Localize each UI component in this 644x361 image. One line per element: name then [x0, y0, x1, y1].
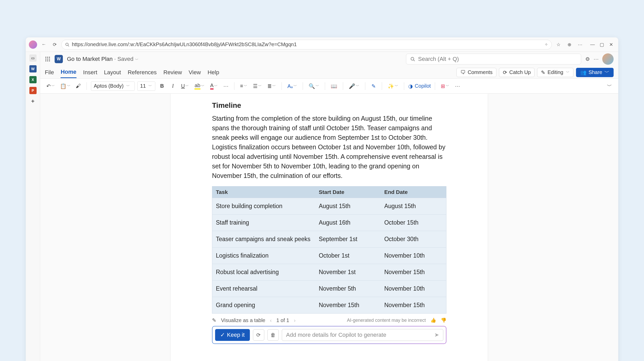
svg-point-2: [45, 57, 46, 58]
close-button[interactable]: ✕: [607, 40, 615, 49]
tab-file[interactable]: File: [45, 67, 54, 78]
table-row: Teaser campaigns and sneak peeksSeptembe…: [212, 231, 446, 248]
search-icon: [410, 57, 415, 61]
window-controls: — ▢ ✕: [588, 40, 615, 49]
ribbon-expand-icon[interactable]: ﹀: [605, 81, 614, 91]
tab-help[interactable]: Help: [208, 67, 219, 78]
undo-button[interactable]: ↶﹀: [45, 81, 56, 91]
font-select[interactable]: Aptos (Body)﹀: [91, 81, 135, 91]
browser-profile-icon[interactable]: [29, 40, 37, 49]
pencil-icon: ✎: [212, 317, 216, 323]
highlight-button[interactable]: ab﹀: [193, 81, 206, 91]
align-button[interactable]: ≣﹀: [266, 81, 277, 91]
tab-references[interactable]: References: [128, 67, 157, 78]
table-cell: Teaser campaigns and sneak peeks: [212, 231, 315, 248]
find-button[interactable]: 🔍﹀: [307, 81, 321, 91]
search-placeholder: Search (Alt + Q): [418, 56, 459, 62]
bold-button[interactable]: B: [158, 81, 166, 91]
minimize-button[interactable]: —: [588, 40, 597, 49]
tab-icon[interactable]: ▭: [29, 54, 37, 62]
visualize-link[interactable]: Visualize as a table: [221, 317, 265, 323]
thumbs-down-icon[interactable]: 👎: [441, 317, 446, 323]
keep-it-button[interactable]: ✓Keep it: [215, 329, 250, 341]
excel-app-icon[interactable]: X: [29, 76, 37, 83]
more-font-icon[interactable]: ⋯: [222, 81, 230, 91]
svg-line-12: [413, 60, 415, 61]
tab-layout[interactable]: Layout: [104, 67, 121, 78]
maximize-button[interactable]: ▢: [598, 40, 606, 49]
table-cell: November 5th: [315, 281, 380, 297]
discard-button[interactable]: 🗑: [267, 329, 279, 341]
document-page[interactable]: Timeline Starting from the completion of…: [171, 94, 488, 361]
svg-point-7: [49, 59, 50, 60]
more-icon[interactable]: ⋯: [594, 56, 599, 62]
browser-toolbar: ← ⟳ https://onedrive.live.com/:w:/t/EaCK…: [26, 37, 618, 52]
search-input[interactable]: Search (Alt + Q): [406, 54, 581, 64]
reading-mode-icon[interactable]: ✧: [545, 42, 548, 47]
tab-insert[interactable]: Insert: [83, 67, 97, 78]
back-button[interactable]: ←: [40, 40, 48, 49]
chevron-down-icon: ﹀: [604, 69, 609, 76]
table-cell: Logistics finalization: [212, 248, 315, 264]
word-icon: W: [55, 55, 63, 63]
immersive-button[interactable]: 📖: [329, 81, 339, 91]
designer-button[interactable]: ✨﹀: [386, 81, 400, 91]
bullets-button[interactable]: ≡﹀: [239, 81, 249, 91]
user-avatar[interactable]: [602, 53, 614, 65]
styles-button[interactable]: Aₐ﹀: [286, 81, 299, 91]
refresh-button[interactable]: ⟳: [50, 40, 59, 49]
more-ribbon-icon[interactable]: ⋯: [453, 81, 462, 91]
font-size-select[interactable]: 11﹀: [137, 81, 155, 91]
table-cell: September 1st: [315, 231, 380, 248]
tab-view[interactable]: View: [189, 67, 201, 78]
app-main: W Go to Market Plan · Saved ﹀ Search (Al…: [40, 52, 618, 361]
collections-icon[interactable]: ⊕: [565, 40, 573, 49]
app-launcher-icon[interactable]: [45, 56, 50, 62]
svg-point-10: [49, 60, 50, 61]
table-cell: Grand opening: [212, 297, 315, 314]
next-icon[interactable]: ›: [294, 317, 296, 323]
svg-point-4: [49, 57, 50, 58]
search-icon: [65, 43, 69, 47]
font-color-button[interactable]: A﹀: [209, 81, 219, 91]
table-cell: Staff training: [212, 215, 315, 231]
tab-review[interactable]: Review: [163, 67, 182, 78]
catch-up-button[interactable]: ⟳Catch Up: [499, 68, 535, 77]
format-painter-button[interactable]: 🖌: [74, 81, 82, 91]
col-end: End Date: [381, 186, 446, 198]
addins-button[interactable]: ⊞﹀: [439, 81, 451, 91]
url-text: https://onedrive.live.com/:w:/t/EaCKkPs6…: [72, 42, 542, 47]
regenerate-button[interactable]: ⟳: [253, 329, 264, 341]
paste-button[interactable]: 📋﹀: [58, 81, 72, 91]
editing-mode-button[interactable]: ✎Editing﹀: [537, 68, 573, 77]
more-icon[interactable]: ⋯: [576, 40, 584, 49]
tab-home[interactable]: Home: [61, 67, 76, 78]
copilot-prompt-input[interactable]: Add more details for Copilot to generate…: [282, 329, 444, 341]
share-button[interactable]: 👥Share﹀: [576, 68, 614, 77]
add-app-icon[interactable]: +: [29, 98, 37, 105]
favorites-icon[interactable]: ☆: [554, 40, 563, 49]
powerpoint-app-icon[interactable]: P: [29, 87, 37, 94]
document-canvas: Timeline Starting from the completion of…: [40, 94, 618, 361]
settings-icon[interactable]: ⚙: [585, 56, 590, 62]
svg-point-6: [47, 59, 48, 60]
numbering-button[interactable]: ☰﹀: [251, 81, 263, 91]
share-icon: 👥: [580, 69, 587, 76]
prev-icon[interactable]: ‹: [270, 317, 272, 323]
url-bar[interactable]: https://onedrive.live.com/:w:/t/EaCKkPs6…: [61, 40, 552, 50]
comments-button[interactable]: 🗨Comments: [456, 68, 496, 77]
app-body: ▭ W X P + W Go to Market Plan · Saved ﹀: [26, 52, 618, 361]
copilot-button[interactable]: ◑Copilot: [408, 83, 431, 89]
dictate-button[interactable]: 🎤﹀: [347, 81, 361, 91]
document-title[interactable]: Go to Market Plan · Saved ﹀: [67, 56, 139, 62]
underline-button[interactable]: U﹀: [180, 81, 190, 91]
chevron-down-icon: ﹀: [135, 58, 139, 62]
editor-button[interactable]: ✎: [369, 81, 378, 91]
send-icon[interactable]: ➤: [434, 332, 439, 338]
pencil-icon: ✎: [541, 69, 545, 76]
thumbs-up-icon[interactable]: 👍: [430, 317, 436, 323]
chevron-down-icon: ﹀: [126, 84, 130, 88]
table-cell: November 1st: [315, 264, 380, 281]
italic-button[interactable]: I: [169, 81, 177, 91]
word-app-icon[interactable]: W: [29, 65, 37, 72]
